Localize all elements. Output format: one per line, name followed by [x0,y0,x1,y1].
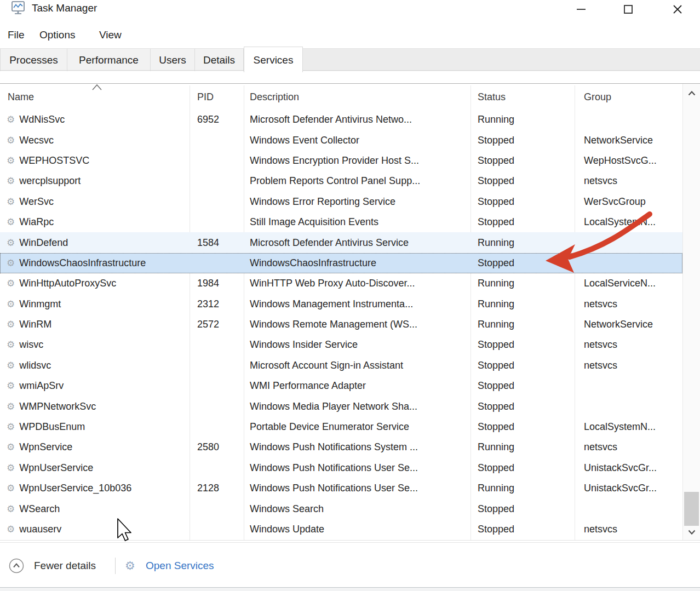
service-name: WdNisSvc [19,114,65,125]
service-name: WiaRpc [19,216,54,228]
table-row[interactable]: ⚙WinRM2572Windows Remote Management (WS.… [0,314,682,335]
scrollbar-thumb[interactable] [684,492,699,526]
footer-divider [115,558,116,574]
service-gear-icon: ⚙ [7,525,15,534]
tab-services[interactable]: Services [244,47,303,72]
close-button[interactable] [661,0,695,19]
service-name-cell: ⚙WEPHOSTSVC [0,155,190,167]
table-row[interactable]: ⚙WerSvcWindows Error Reporting ServiceSt… [0,192,682,212]
table-row[interactable]: ⚙WPDBusEnumPortable Device Enumerator Se… [0,417,682,437]
service-gear-icon: ⚙ [7,402,15,411]
service-group: WepHostSvcG... [575,155,682,167]
service-gear-icon: ⚙ [7,176,15,186]
service-name-cell: ⚙WinDefend [0,237,190,249]
service-pid: 2580 [190,441,244,453]
column-header-pid[interactable]: PID [197,85,214,110]
fewer-details-button[interactable] [9,558,24,573]
service-gear-icon: ⚙ [7,381,15,391]
service-description: Windows Error Reporting Service [244,196,471,208]
service-status: Running [471,237,575,249]
table-row[interactable]: ⚙WpnUserServiceWindows Push Notification… [0,458,682,478]
service-name-cell: ⚙wisvc [0,339,190,351]
tab-users[interactable]: Users [151,49,195,71]
tab-details[interactable]: Details [195,49,244,71]
column-header-description[interactable]: Description [250,85,299,110]
menu-view[interactable]: View [99,26,122,44]
table-row[interactable]: ⚙WSearchWindows SearchStopped [0,498,682,519]
service-name: WindowsChaosInfrastructure [19,257,146,269]
service-status: Stopped [471,503,575,515]
table-bottom-border [0,540,700,541]
service-name: wmiApSrv [19,380,64,392]
service-status: Running [471,441,575,453]
service-name: wlidsvc [19,360,51,371]
service-name-cell: ⚙WerSvc [0,196,190,208]
column-header-name[interactable]: Name [8,85,34,110]
open-services-gear-icon: ⚙ [125,558,135,573]
table-row[interactable]: ⚙Winmgmt2312Windows Management Instrumen… [0,294,682,314]
task-manager-window: Task Manager File Options View Processes… [0,0,700,591]
service-group: LocalServiceN... [575,278,682,289]
table-row[interactable]: ⚙WecsvcWindows Event CollectorStoppedNet… [0,130,682,150]
table-top-border [0,83,700,84]
service-name-cell: ⚙wlidsvc [0,360,190,371]
service-gear-icon: ⚙ [7,443,15,452]
service-name: wercplsupport [19,175,81,187]
service-status: Stopped [471,421,575,433]
minimize-button[interactable] [564,0,598,19]
service-group: netsvcs [575,299,682,310]
service-group: netsvcs [575,441,682,453]
title-bar[interactable]: Task Manager [0,0,700,19]
maximize-icon [623,4,633,14]
service-gear-icon: ⚙ [7,300,15,309]
vertical-scrollbar[interactable] [682,84,700,540]
service-description: WMI Performance Adapter [244,380,471,392]
service-description: Windows Push Notifications System ... [244,441,471,453]
service-status: Running [471,114,575,125]
tab-performance[interactable]: Performance [67,49,151,71]
service-pid: 2128 [190,483,244,494]
service-description: Windows Media Player Network Sha... [244,401,471,412]
tab-processes[interactable]: Processes [0,49,67,71]
table-row[interactable]: ⚙wmiApSrvWMI Performance AdapterStopped [0,376,682,396]
window-title: Task Manager [32,2,97,14]
column-header-group[interactable]: Group [584,85,611,110]
service-name-cell: ⚙WpnService [0,441,190,453]
column-header-status[interactable]: Status [478,85,506,110]
open-services-link[interactable]: Open Services [146,558,214,573]
service-name-cell: ⚙WinHttpAutoProxySvc [0,278,190,289]
table-row[interactable]: ⚙wercplsupportProblem Reports Control Pa… [0,171,682,191]
table-row[interactable]: ⚙wuauservWindows UpdateStoppednetsvcs [0,519,682,540]
service-pid: 1584 [190,237,244,249]
table-row[interactable]: ⚙WEPHOSTSVCWindows Encryption Provider H… [0,151,682,171]
maximize-button[interactable] [611,0,645,19]
table-row[interactable]: ⚙WindowsChaosInfrastructureWindowsChaosI… [0,253,682,273]
service-name: WpnUserService [19,462,93,474]
service-description: Windows Insider Service [244,339,471,351]
menu-file[interactable]: File [8,26,25,44]
service-name: WinHttpAutoProxySvc [19,278,116,289]
service-name-cell: ⚙WindowsChaosInfrastructure [0,257,190,269]
menu-options[interactable]: Options [39,26,75,44]
table-row[interactable]: ⚙WinHttpAutoProxySvc1984WinHTTP Web Prox… [0,273,682,294]
table-row[interactable]: ⚙WpnUserService_10b0362128Windows Push N… [0,478,682,498]
service-name-cell: ⚙WdNisSvc [0,114,190,125]
service-name: WinRM [19,319,51,330]
table-row[interactable]: ⚙wlidsvcMicrosoft Account Sign-in Assist… [0,355,682,376]
service-name-cell: ⚙WinRM [0,319,190,330]
scrollbar-down-button[interactable] [683,525,700,539]
service-description: Problem Reports Control Panel Supp... [244,175,471,187]
service-name: wisvc [19,339,43,351]
table-row[interactable]: ⚙WpnService2580Windows Push Notification… [0,437,682,457]
table-row[interactable]: ⚙WinDefend1584Microsoft Defender Antivir… [0,232,682,253]
service-name-cell: ⚙WpnUserService_10b036 [0,483,190,494]
table-row[interactable]: ⚙WMPNetworkSvcWindows Media Player Netwo… [0,396,682,416]
fewer-details-label[interactable]: Fewer details [34,558,96,573]
service-description: Microsoft Account Sign-in Assistant [244,360,471,371]
table-row[interactable]: ⚙WiaRpcStill Image Acquisition EventsSto… [0,212,682,232]
service-pid: 2312 [190,299,244,310]
service-status: Stopped [471,380,575,392]
scrollbar-up-button[interactable] [683,86,700,100]
table-row[interactable]: ⚙WdNisSvc6952Microsoft Defender Antiviru… [0,110,682,130]
table-row[interactable]: ⚙wisvcWindows Insider ServiceStoppednets… [0,335,682,355]
